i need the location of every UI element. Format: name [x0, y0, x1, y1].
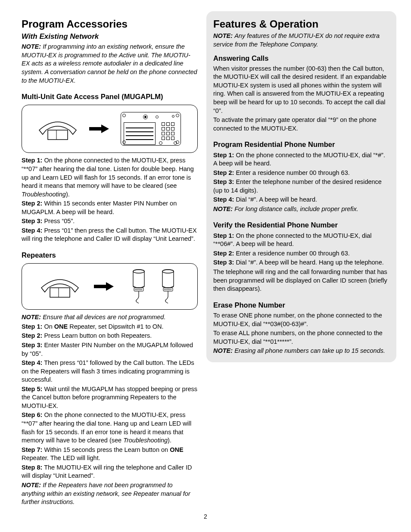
repeaters-note1: NOTE: Ensure that all devices are not pr… — [22, 313, 198, 322]
step-label: Step 1: — [213, 232, 234, 239]
repeaters-step4: Step 4: Then press “01” followed by the … — [22, 359, 198, 384]
step-text: Dial “#”. A beep will be heard. — [236, 196, 317, 203]
phone-icon — [38, 117, 77, 140]
step-text: Enter a residence number 00 through 63. — [236, 250, 349, 257]
note-label: NOTE: — [22, 482, 41, 488]
step-label: Step 8: — [22, 464, 42, 471]
erase-p2: To erase ALL phone numbers, on the phone… — [213, 329, 389, 346]
step-label: Step 1: — [213, 152, 234, 159]
program-note: NOTE: For long distance calls, include p… — [213, 205, 389, 214]
verify-p1: The telephone will ring and the call for… — [213, 268, 389, 293]
repeaters-title: Repeaters — [22, 250, 198, 260]
note-label: NOTE: — [213, 32, 233, 39]
step-text: On — [44, 323, 54, 330]
mugaplm-step4: Step 4: Press “01” then press the Call b… — [22, 227, 198, 243]
step-label: Step 1: — [22, 323, 42, 330]
step-label: Step 3: — [22, 218, 42, 224]
step-text: Press “05”. — [44, 218, 75, 224]
bold-text: ONE — [170, 446, 183, 453]
program-step1: Step 1: On the phone connected to the MU… — [213, 151, 389, 168]
svg-rect-2 — [89, 127, 101, 131]
program-step3: Step 3: Enter the telephone number of th… — [213, 178, 389, 195]
step-text: Press “01” then press the Call button. T… — [22, 227, 197, 243]
step-label: Step 1: — [22, 157, 42, 164]
step-text: Enter Master PIN Number on the MUGAPLM f… — [22, 342, 193, 357]
program-title: Program Residential Phone Number — [213, 140, 389, 149]
note-label: NOTE: — [22, 314, 41, 320]
repeaters-step5: Step 5: Wait until the MUGAPLM has stopp… — [22, 385, 198, 411]
svg-point-8 — [133, 270, 144, 273]
answering-p1: When visitor presses the number (00-63) … — [213, 65, 389, 115]
verify-step1: Step 1: On the phone connected to the MU… — [213, 232, 389, 249]
right-heading: Features & Operation — [213, 17, 389, 31]
step-text: Press Learn button on both Repeaters. — [44, 332, 152, 339]
step-label: Step 5: — [22, 386, 42, 392]
erase-note: NOTE: Erasing all phone numbers can take… — [213, 347, 389, 355]
arrow-icon — [94, 282, 114, 291]
svg-rect-6 — [94, 285, 106, 288]
answering-title: Answering Calls — [213, 53, 389, 63]
step-text: Repeater. The LED will light. — [22, 454, 100, 461]
note-label: NOTE: — [22, 43, 41, 50]
note-text: If the Repeaters have not been programme… — [22, 482, 190, 505]
step-text: Wait until the MUGAPLM has stopped beepi… — [22, 386, 197, 409]
step-text: Enter the telephone number of the desire… — [213, 178, 382, 194]
step-label: Step 2: — [22, 332, 42, 339]
note-text: Ensure that all devices are not programm… — [43, 314, 165, 320]
troubleshooting-ref: Troubleshooting — [123, 437, 168, 444]
repeaters-step6: Step 6: On the phone connected to the MU… — [22, 411, 198, 445]
step-label: Step 3: — [22, 342, 42, 348]
panel-icon — [121, 112, 181, 146]
svg-marker-7 — [106, 282, 114, 291]
verify-title: Verify the Residential Phone Number — [213, 220, 389, 230]
repeater-icon — [157, 269, 179, 304]
arrow-icon — [89, 124, 109, 133]
step-text: Within 15 seconds enter Master PIN Numbe… — [22, 200, 177, 215]
erase-p1: To erase ONE phone number, on the phone … — [213, 311, 389, 328]
mugaplm-step2: Step 2: Within 15 seconds enter Master P… — [22, 199, 198, 216]
step-label: Step 4: — [213, 196, 234, 203]
svg-rect-4 — [50, 288, 70, 297]
repeaters-step7: Step 7: Within 15 seconds press the Lear… — [22, 446, 198, 463]
note-text: For long distance calls, include proper … — [234, 205, 358, 212]
phone-icon — [40, 275, 79, 298]
left-intro-note: NOTE: If programming into an existing ne… — [22, 43, 198, 85]
step-label: Step 3: — [213, 259, 234, 266]
mugaplm-title: Multi-Unit Gate Access Panel (MUGAPLM) — [22, 92, 198, 101]
step-tail: ). — [168, 437, 171, 444]
step-text: Then press “01” followed by the Call but… — [22, 359, 194, 383]
repeaters-diagram — [22, 263, 198, 310]
repeater-pair-icon — [128, 269, 179, 304]
mugaplm-step1: Step 1: On the phone connected to the MU… — [22, 156, 198, 199]
step-label: Step 2: — [213, 169, 234, 176]
mugaplm-step3: Step 3: Press “05”. — [22, 217, 198, 226]
step-text: Repeater, set Dipswitch #1 to ON. — [68, 323, 163, 330]
repeaters-step1: Step 1: On ONE Repeater, set Dipswitch #… — [22, 323, 198, 331]
repeaters-note2: NOTE: If the Repeaters have not been pro… — [22, 481, 198, 507]
step-text: Enter a residence number 00 through 63. — [236, 169, 349, 176]
note-text: Any features of the MUOTIU-EX do not req… — [213, 32, 380, 48]
right-intro-note: NOTE: Any features of the MUOTIU-EX do n… — [213, 32, 389, 49]
note-text: If programming into an existing network,… — [22, 43, 197, 84]
verify-step3: Step 3: Dial “#”. A beep will be heard. … — [213, 258, 389, 267]
step-tail: ). — [66, 191, 70, 198]
step-text: Dial “#”. A beep will be heard. Hang up … — [236, 259, 383, 266]
svg-point-16 — [162, 270, 174, 273]
step-text: The MUOTIU-EX will ring the telephone an… — [22, 464, 192, 479]
step-label: Step 4: — [22, 359, 42, 366]
left-subheading: With Existing Network — [22, 32, 198, 42]
program-step2: Step 2: Enter a residence number 00 thro… — [213, 169, 389, 177]
svg-marker-3 — [101, 124, 109, 133]
step-text: On the phone connected to the MUOTIU-EX,… — [213, 232, 372, 248]
note-label: NOTE: — [213, 347, 233, 354]
repeaters-step2: Step 2: Press Learn button on both Repea… — [22, 332, 198, 340]
step-text: On the phone connected to the MUOTIU-EX,… — [22, 157, 194, 189]
step-text: Within 15 seconds press the Learn button… — [44, 446, 170, 453]
right-column: Features & Operation NOTE: Any features … — [213, 17, 389, 507]
note-label: NOTE: — [213, 205, 233, 212]
verify-step2: Step 2: Enter a residence number 00 thro… — [213, 249, 389, 258]
repeater-icon — [128, 269, 149, 304]
bold-text: ONE — [54, 323, 68, 330]
answering-p2: To activate the primary gate operator di… — [213, 116, 389, 133]
repeaters-step3: Step 3: Enter Master PIN Number on the M… — [22, 341, 198, 358]
